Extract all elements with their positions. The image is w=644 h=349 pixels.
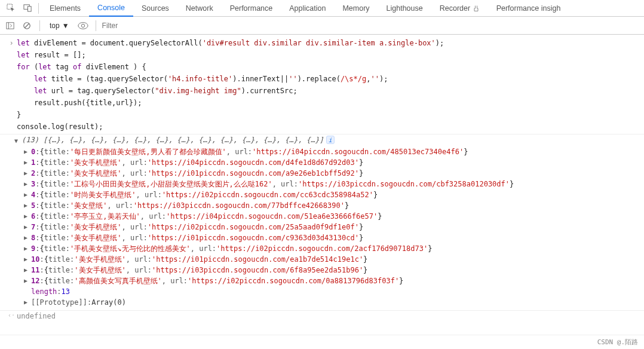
console-output: ›let divElement = document.querySelector… [0,35,644,324]
separator [38,3,39,14]
array-item[interactable]: 6: {title: '亭亭玉立,美若天仙', url: 'https://i0… [0,211,644,222]
array-item[interactable]: 0: {title: '每日更新颜值美女壁纸,男人看了都会珍藏颜值', url:… [0,146,644,157]
array-item[interactable]: 8: {title: '美女手机壁纸', url: 'https://i01pi… [0,232,644,243]
array-item[interactable]: 4: {title: '时尚美女手机壁纸', url: 'https://i02… [0,189,644,200]
input-marker-icon: › [6,38,17,48]
tab-console[interactable]: Console [89,0,133,17]
expand-toggle-icon[interactable] [24,189,31,200]
tab-perf-insights[interactable]: Performance insigh [488,0,569,16]
output-marker-icon: ‹· [6,312,17,320]
expand-toggle-icon[interactable] [24,243,31,254]
array-item[interactable]: 11: {title: '美女手机壁纸', url: 'https://i03p… [0,265,644,275]
svg-line-6 [25,23,29,27]
expand-toggle-icon[interactable] [24,157,31,168]
tab-sources[interactable]: Sources [133,0,177,16]
context-selector[interactable]: top ▼ [46,22,73,30]
tabs-bar: Elements Console Sources Network Perform… [0,0,644,17]
expand-toggle-icon[interactable] [24,211,31,222]
console-toolbar: top ▼ [0,17,644,35]
footer: CSDN @.陌路 [0,335,644,349]
expand-toggle-icon[interactable] [24,179,31,189]
svg-point-7 [78,22,87,29]
array-item[interactable]: 12: {title: '高颜值美女写真手机壁纸', url: 'https:/… [0,275,644,286]
tab-application[interactable]: Application [281,0,334,16]
device-toggle-icon[interactable] [19,4,36,13]
expand-toggle-icon[interactable] [24,146,31,157]
info-icon[interactable]: i [326,136,335,144]
array-item[interactable]: 1: {title: '美女手机壁纸', url: 'https://i04pi… [0,157,644,168]
tab-recorder[interactable]: Recorder [431,0,488,16]
tab-performance[interactable]: Performance [222,0,281,16]
array-item[interactable]: 10: {title: '美女手机壁纸', url: 'https://i01p… [0,254,644,265]
chevron-down-icon: ▼ [62,22,69,30]
expand-toggle-icon[interactable] [24,222,31,232]
expand-toggle-icon[interactable] [24,265,31,275]
clear-console-icon[interactable] [20,19,33,32]
expand-toggle-icon[interactable] [24,168,31,179]
svg-rect-2 [27,7,31,11]
watermark: CSDN @.陌路 [597,338,638,347]
svg-rect-3 [7,22,14,29]
array-item[interactable]: 5: {title: '美女壁纸', url: 'https://i03picc… [0,200,644,211]
expand-toggle-icon[interactable] [24,297,31,308]
separator [39,20,40,31]
return-value: ‹· undefined [0,310,644,322]
array-item[interactable]: 9: {title: '手机美女壁纸↘无与伦比的性感美女', url: 'htt… [0,243,644,254]
array-item[interactable]: 7: {title: '美女手机壁纸', url: 'https://i02pi… [0,222,644,232]
separator [96,20,96,31]
live-expression-icon[interactable] [76,19,90,32]
expand-toggle-icon[interactable] [24,275,31,286]
expand-toggle-icon[interactable] [14,136,22,146]
expand-toggle-icon[interactable] [24,254,31,265]
inspect-icon[interactable] [2,4,19,13]
filter-input[interactable] [102,20,640,32]
tab-lighthouse[interactable]: Lighthouse [378,0,431,16]
array-summary[interactable]: (13) [{…}, {…}, {…}, {…}, {…}, {…}, {…},… [22,136,324,144]
tab-memory[interactable]: Memory [334,0,378,16]
tab-elements[interactable]: Elements [41,0,89,16]
svg-point-8 [81,24,84,27]
expand-toggle-icon[interactable] [24,232,31,243]
sidebar-toggle-icon[interactable] [4,19,17,32]
tab-network[interactable]: Network [177,0,222,16]
expand-toggle-icon[interactable] [24,200,31,211]
array-item[interactable]: 2: {title: '美女手机壁纸', url: 'https://i01pi… [0,168,644,179]
array-item[interactable]: 3: {title: '工棕号小田田美女壁纸,小甜甜美女壁纸美女图片,么么哒16… [0,179,644,189]
